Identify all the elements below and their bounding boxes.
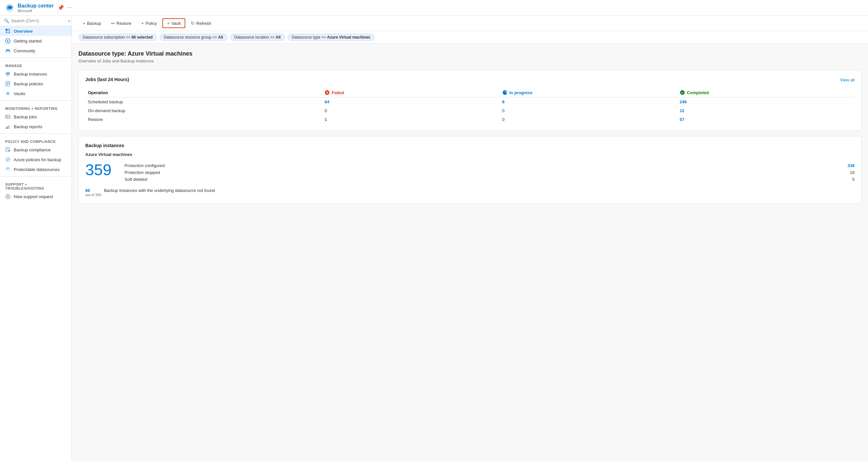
support-section-label: Support + troubleshooting bbox=[0, 179, 71, 192]
refresh-button[interactable]: ↻ Refresh bbox=[187, 19, 216, 28]
overview-icon bbox=[5, 28, 10, 34]
job-inprogress-cell: 0 bbox=[500, 115, 677, 124]
search-input[interactable] bbox=[11, 18, 66, 23]
job-operation-cell: On-demand backup bbox=[85, 106, 322, 115]
backup-jobs-icon bbox=[5, 114, 10, 119]
jobs-card-title: Jobs (last 24 Hours) bbox=[85, 77, 129, 82]
sidebar-item-community[interactable]: Community bbox=[0, 46, 71, 56]
svg-rect-21 bbox=[5, 115, 10, 118]
job-completed-value[interactable]: 12 bbox=[680, 108, 684, 113]
filter-resource-group[interactable]: Datasource resource group == All bbox=[159, 34, 227, 41]
manage-divider bbox=[0, 58, 71, 58]
sidebar-item-overview-label: Overview bbox=[14, 29, 33, 34]
sidebar-item-azure-policies[interactable]: Azure policies for backup bbox=[0, 155, 71, 164]
job-completed-cell[interactable]: 12 bbox=[677, 106, 855, 115]
svg-rect-12 bbox=[6, 72, 9, 74]
svg-rect-26 bbox=[7, 126, 8, 129]
sidebar-item-protectable-datasources-label: Protectable datasources bbox=[14, 167, 60, 172]
backup-reports-icon bbox=[5, 124, 10, 129]
filter-row: Datasource subscription == 66 selected D… bbox=[72, 31, 868, 44]
orphaned-outof: out of 359 bbox=[85, 193, 101, 197]
jobs-col-inprogress: In progress bbox=[500, 88, 677, 97]
job-failed-value[interactable]: 64 bbox=[324, 99, 329, 104]
sidebar-item-backup-jobs[interactable]: Backup jobs bbox=[0, 112, 71, 122]
jobs-col-failed: Failed bbox=[322, 88, 499, 97]
sidebar-item-overview[interactable]: Overview bbox=[0, 26, 71, 36]
backup-btn-label: Backup bbox=[87, 21, 101, 26]
job-failed-cell[interactable]: 64 bbox=[322, 97, 499, 106]
page-title: Datasource type: Azure Virtual machines bbox=[79, 50, 862, 57]
sidebar-item-backup-policies[interactable]: Backup policies bbox=[0, 79, 71, 89]
sidebar-item-protectable-datasources[interactable]: Protectable datasources bbox=[0, 164, 71, 174]
app-logo-icon bbox=[5, 3, 14, 12]
job-completed-cell[interactable]: 57 bbox=[677, 115, 855, 124]
svg-point-9 bbox=[6, 49, 8, 51]
svg-rect-28 bbox=[6, 148, 9, 152]
svg-rect-25 bbox=[6, 127, 7, 129]
backup-btn-icon: + bbox=[83, 21, 85, 26]
svg-rect-4 bbox=[5, 29, 7, 31]
job-completed-value[interactable]: 57 bbox=[680, 117, 684, 122]
job-inprogress-cell[interactable]: 8 bbox=[500, 97, 677, 106]
toolbar: + Backup ↩ Restore + Policy + Vault ↻ Re… bbox=[72, 16, 868, 31]
policy-section-label: Policy and compliance bbox=[0, 136, 71, 145]
search-icon: 🔍 bbox=[4, 18, 9, 23]
sidebar-item-backup-instances[interactable]: Backup instances bbox=[0, 69, 71, 79]
support-divider bbox=[0, 176, 71, 177]
sidebar-item-azure-policies-label: Azure policies for backup bbox=[14, 157, 61, 162]
sidebar-item-backup-compliance[interactable]: Backup compliance bbox=[0, 145, 71, 155]
sidebar-item-vaults[interactable]: Vaults bbox=[0, 89, 71, 98]
collapse-icon[interactable]: « bbox=[68, 18, 70, 23]
filter-subscription[interactable]: Datasource subscription == 66 selected bbox=[79, 34, 157, 41]
app-subtitle: Microsoft bbox=[18, 9, 54, 13]
job-failed-value: 0 bbox=[324, 108, 327, 113]
sidebar-item-community-label: Community bbox=[14, 49, 35, 53]
filter-location[interactable]: Datasource location == All bbox=[230, 34, 285, 41]
policy-btn-icon: + bbox=[141, 21, 144, 26]
failed-icon bbox=[324, 90, 330, 95]
policy-button[interactable]: + Policy bbox=[137, 19, 161, 28]
restore-button[interactable]: ↩ Restore bbox=[107, 19, 136, 28]
job-completed-cell[interactable]: 246 bbox=[677, 97, 855, 106]
table-row: Scheduled backup648246 bbox=[85, 97, 855, 106]
svg-point-29 bbox=[6, 158, 10, 161]
sidebar-item-new-support[interactable]: New support request bbox=[0, 192, 71, 202]
job-failed-cell[interactable]: 1 bbox=[322, 115, 499, 124]
monitoring-section-label: Monitoring + reporting bbox=[0, 103, 71, 112]
sidebar-item-getting-started[interactable]: Getting started bbox=[0, 36, 71, 46]
sidebar-item-backup-reports[interactable]: Backup reports bbox=[0, 122, 71, 131]
job-failed-value[interactable]: 1 bbox=[324, 117, 327, 122]
pin-icon[interactable]: 📌 bbox=[58, 5, 64, 11]
azure-policies-icon bbox=[5, 157, 10, 162]
backup-policies-icon bbox=[5, 81, 10, 86]
sidebar-item-backup-jobs-label: Backup jobs bbox=[14, 115, 37, 119]
svg-rect-6 bbox=[5, 31, 7, 33]
instance-detail-value: 5 bbox=[841, 177, 855, 182]
instance-detail-label: Soft deleted bbox=[125, 177, 147, 182]
more-icon[interactable]: ··· bbox=[67, 5, 71, 11]
header-icons: 📌 ··· bbox=[58, 5, 71, 11]
svg-point-31 bbox=[6, 167, 9, 169]
instance-detail-value[interactable]: 338 bbox=[841, 163, 855, 168]
backup-instances-icon bbox=[5, 71, 10, 76]
sidebar-item-backup-policies-label: Backup policies bbox=[14, 82, 43, 86]
jobs-card-header: Jobs (last 24 Hours) View all bbox=[85, 77, 855, 83]
restore-btn-icon: ↩ bbox=[111, 21, 115, 26]
svg-point-20 bbox=[7, 93, 8, 94]
refresh-btn-icon: ↻ bbox=[191, 21, 195, 26]
getting-started-icon bbox=[5, 38, 10, 43]
job-inprogress-value[interactable]: 8 bbox=[502, 99, 504, 104]
svg-point-39 bbox=[680, 90, 685, 95]
filter-type[interactable]: Datasource type == Azure Virtual machine… bbox=[287, 34, 375, 41]
backup-instances-card-title: Backup instances bbox=[85, 143, 855, 148]
svg-point-10 bbox=[8, 49, 10, 51]
sidebar-item-backup-compliance-label: Backup compliance bbox=[14, 148, 51, 152]
view-all-link[interactable]: View all bbox=[840, 78, 855, 82]
backup-button[interactable]: + Backup bbox=[79, 19, 105, 28]
instance-detail-row: Protection configured 338 bbox=[125, 162, 855, 169]
orphaned-number[interactable]: 86 bbox=[85, 188, 101, 193]
instances-details: Protection configured 338 Protection sto… bbox=[125, 162, 855, 183]
vault-button[interactable]: + Vault bbox=[162, 18, 185, 28]
jobs-table: Operation Failed bbox=[85, 88, 855, 124]
job-completed-value[interactable]: 246 bbox=[680, 99, 687, 104]
